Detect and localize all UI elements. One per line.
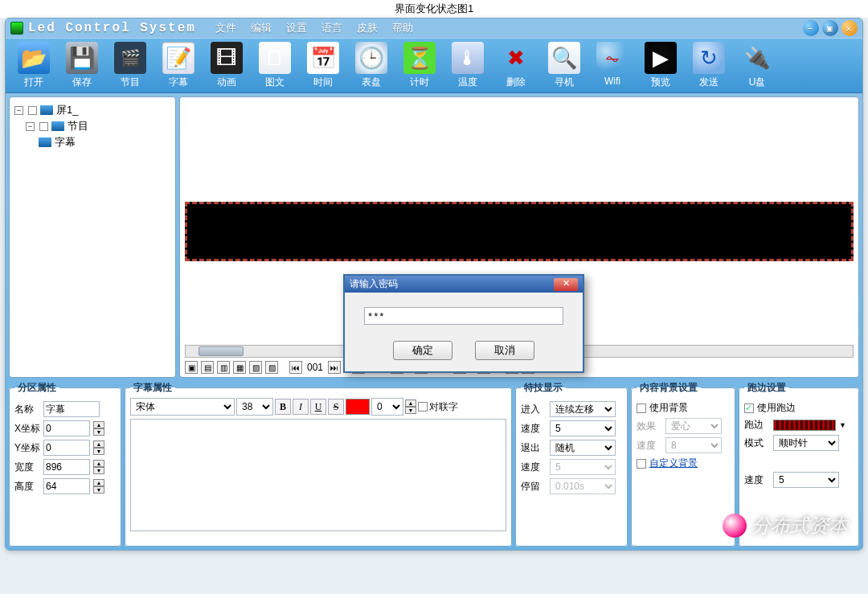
toolbar-prev-button[interactable]: ▶预览 bbox=[637, 42, 684, 89]
program-icon: 🎬 bbox=[114, 42, 146, 74]
speed1-select[interactable]: 5 bbox=[550, 420, 616, 436]
subtitle-textarea[interactable] bbox=[130, 419, 506, 531]
menu-settings[interactable]: 设置 bbox=[286, 21, 307, 35]
custombg-link[interactable]: 自定义背景 bbox=[649, 457, 698, 470]
spin-down-icon[interactable]: ▼ bbox=[93, 428, 104, 436]
usebg-checkbox[interactable] bbox=[637, 404, 646, 413]
spin-up-icon[interactable]: ▲ bbox=[405, 399, 416, 407]
toolbar-anim-button[interactable]: 🎞动画 bbox=[203, 42, 250, 89]
dropdown-icon[interactable]: ▼ bbox=[839, 421, 846, 429]
text-color-swatch[interactable] bbox=[346, 399, 370, 415]
password-input[interactable] bbox=[364, 307, 563, 325]
size-select[interactable]: 38 bbox=[236, 398, 273, 416]
tree-panel: − 屏1_ − 节目 字幕 bbox=[9, 96, 176, 378]
background-panel: 内容背景设置 使用背景 效果爱心 速度8 自定义背景 bbox=[631, 381, 735, 547]
title-bar: Led Control System 文件 编辑 设置 语言 皮肤 帮助 – ▣… bbox=[6, 18, 862, 38]
menu-language[interactable]: 语言 bbox=[321, 21, 342, 35]
spin-up-icon[interactable]: ▲ bbox=[93, 479, 104, 486]
tree-root[interactable]: − 屏1_ bbox=[14, 102, 170, 118]
menu-file[interactable]: 文件 bbox=[215, 21, 236, 35]
borderspeed-select[interactable]: 5 bbox=[773, 472, 839, 488]
collapse-icon[interactable]: − bbox=[14, 106, 23, 115]
watermark: 分布式资本 bbox=[723, 513, 848, 539]
maximize-button[interactable]: ▣ bbox=[822, 20, 838, 36]
page-index: 001 bbox=[305, 362, 325, 373]
minimize-button[interactable]: – bbox=[803, 20, 819, 36]
enter-select[interactable]: 连续左移 bbox=[550, 401, 616, 417]
spin-down-icon[interactable]: ▼ bbox=[93, 448, 104, 455]
toolbar-temp-button[interactable]: 🌡温度 bbox=[444, 42, 491, 89]
first-icon[interactable]: ⏮ bbox=[289, 361, 302, 374]
layout-h-icon[interactable]: ▤ bbox=[201, 361, 214, 374]
label-mode: 模式 bbox=[744, 436, 770, 450]
spin-up-icon[interactable]: ▲ bbox=[93, 460, 104, 467]
ok-button[interactable]: 确定 bbox=[393, 341, 452, 360]
last-icon[interactable]: ⏭ bbox=[328, 361, 341, 374]
mode-select[interactable]: 顺时针 bbox=[773, 435, 839, 451]
tree-program[interactable]: − 节目 bbox=[26, 118, 170, 134]
cancel-button[interactable]: 取消 bbox=[475, 341, 534, 360]
led-preview-area[interactable] bbox=[185, 202, 854, 261]
toolbar-time-button[interactable]: 📅时间 bbox=[300, 42, 346, 89]
toolbar-timer-button[interactable]: ⏳计时 bbox=[396, 42, 443, 89]
underline-button[interactable]: U bbox=[310, 399, 326, 415]
toolbar-label: Wifi bbox=[589, 76, 636, 87]
border-panel-title: 跑边设置 bbox=[744, 381, 789, 395]
toolbar-dial-button[interactable]: 🕒表盘 bbox=[348, 42, 395, 89]
toolbar-send-button[interactable]: ↻发送 bbox=[686, 42, 732, 89]
useborder-checkbox[interactable] bbox=[744, 404, 754, 413]
spin-up-icon[interactable]: ▲ bbox=[93, 440, 104, 448]
send-icon: ↻ bbox=[693, 42, 725, 74]
toolbar-label: 表盘 bbox=[348, 76, 395, 89]
menu-edit[interactable]: 编辑 bbox=[251, 21, 272, 35]
collapse-icon[interactable]: − bbox=[26, 122, 35, 131]
exit-select[interactable]: 随机 bbox=[550, 440, 616, 456]
spin-down-icon[interactable]: ▼ bbox=[93, 467, 104, 474]
font-select[interactable]: 宋体 bbox=[130, 398, 235, 416]
tree-program-label: 节目 bbox=[68, 119, 88, 133]
toolbar-pic-button[interactable]: 🗒图文 bbox=[252, 42, 298, 89]
toolbar-program-button[interactable]: 🎬节目 bbox=[107, 42, 154, 89]
custombg-checkbox[interactable] bbox=[637, 459, 646, 469]
toolbar-label: 图文 bbox=[252, 76, 298, 89]
x-input[interactable] bbox=[43, 420, 90, 436]
useborder-label: 使用跑边 bbox=[757, 401, 796, 415]
w-input[interactable] bbox=[43, 459, 90, 475]
toolbar-wifi-button[interactable]: ⏦Wifi bbox=[589, 42, 636, 89]
layout-full-icon[interactable]: ▣ bbox=[185, 361, 198, 374]
toolbar-sub-button[interactable]: 📝字幕 bbox=[155, 42, 202, 89]
scrollbar-thumb[interactable] bbox=[199, 346, 244, 356]
label-enter: 进入 bbox=[521, 403, 547, 416]
tree-subtitle[interactable]: 字幕 bbox=[39, 134, 170, 150]
toolbar-label: 计时 bbox=[396, 76, 443, 89]
close-button[interactable]: ✕ bbox=[841, 20, 858, 36]
menu-skin[interactable]: 皮肤 bbox=[357, 21, 378, 35]
toolbar-del-button[interactable]: ✖删除 bbox=[493, 42, 539, 89]
border-style-swatch[interactable] bbox=[773, 420, 836, 431]
layout-t-icon[interactable]: ▧ bbox=[249, 361, 262, 374]
toolbar-usb-button[interactable]: 🔌U盘 bbox=[734, 42, 780, 89]
toolbar-save-button[interactable]: 💾保存 bbox=[59, 42, 105, 89]
pair-checkbox[interactable] bbox=[418, 402, 428, 412]
bold-button[interactable]: B bbox=[275, 399, 291, 415]
spin-down-icon[interactable]: ▼ bbox=[405, 407, 416, 414]
spin-up-icon[interactable]: ▲ bbox=[93, 421, 104, 428]
layout-v-icon[interactable]: ▥ bbox=[217, 361, 230, 374]
y-input[interactable] bbox=[43, 440, 90, 456]
checkbox[interactable] bbox=[39, 122, 48, 131]
strike-button[interactable]: S bbox=[328, 399, 344, 415]
h-input[interactable] bbox=[43, 478, 90, 494]
dialog-close-button[interactable]: ✕ bbox=[554, 278, 578, 291]
toolbar-find-button[interactable]: 🔍寻机 bbox=[541, 42, 588, 89]
indent-select[interactable]: 0 bbox=[371, 398, 403, 416]
name-input[interactable] bbox=[43, 401, 100, 417]
usb-icon: 🔌 bbox=[741, 42, 773, 74]
italic-button[interactable]: I bbox=[293, 399, 309, 415]
checkbox[interactable] bbox=[28, 106, 37, 115]
toolbar-open-button[interactable]: 📂打开 bbox=[10, 42, 57, 89]
layout-u-icon[interactable]: ▨ bbox=[265, 361, 278, 374]
spin-down-icon[interactable]: ▼ bbox=[93, 486, 104, 494]
toolbar-label: 发送 bbox=[686, 76, 732, 89]
layout-q-icon[interactable]: ▦ bbox=[233, 361, 246, 374]
menu-help[interactable]: 帮助 bbox=[392, 21, 413, 35]
